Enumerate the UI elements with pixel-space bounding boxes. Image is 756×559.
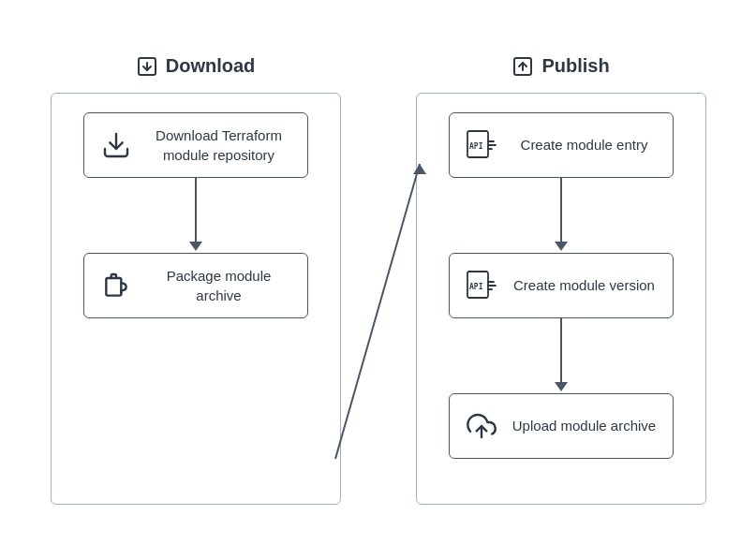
publish-step2-box: API Create module version [449, 253, 674, 318]
download-step1-icon [99, 128, 133, 162]
publish-step3-label: Upload module archive [511, 416, 658, 435]
diagram: Download Download Terraform module repos… [32, 37, 725, 523]
publish-header-label: Publish [541, 55, 609, 77]
arrow-down-1 [189, 178, 202, 253]
download-header: Download [136, 55, 256, 78]
download-step1-box: Download Terraform module repository [83, 112, 308, 178]
download-header-icon [136, 55, 158, 78]
download-panel: Download Terraform module repository [51, 93, 341, 505]
download-header-label: Download [166, 55, 256, 77]
publish-step2-label: Create module version [511, 275, 658, 295]
svg-text:API: API [469, 283, 483, 291]
arrow-down-3 [555, 318, 568, 393]
api-icon-1: API [465, 128, 498, 162]
download-step1-label: Download Terraform module repository [146, 125, 292, 165]
arrow-down-2 [555, 178, 568, 253]
svg-rect-3 [106, 278, 121, 296]
publish-step3-box: Upload module archive [449, 393, 674, 459]
download-step2-label: Package module archive [146, 266, 292, 305]
upload-icon [465, 409, 498, 443]
publish-panel: API Create module entry [416, 93, 706, 505]
publish-header: Publish [511, 55, 609, 78]
publish-header-icon [511, 55, 534, 78]
download-step2-box: Package module archive [83, 253, 308, 318]
publish-step1-box: API Create module entry [449, 112, 674, 178]
publish-step1-label: Create module entry [511, 135, 658, 154]
svg-text:API: API [469, 142, 483, 151]
package-icon [99, 269, 133, 302]
api-icon-2: API [465, 269, 498, 302]
